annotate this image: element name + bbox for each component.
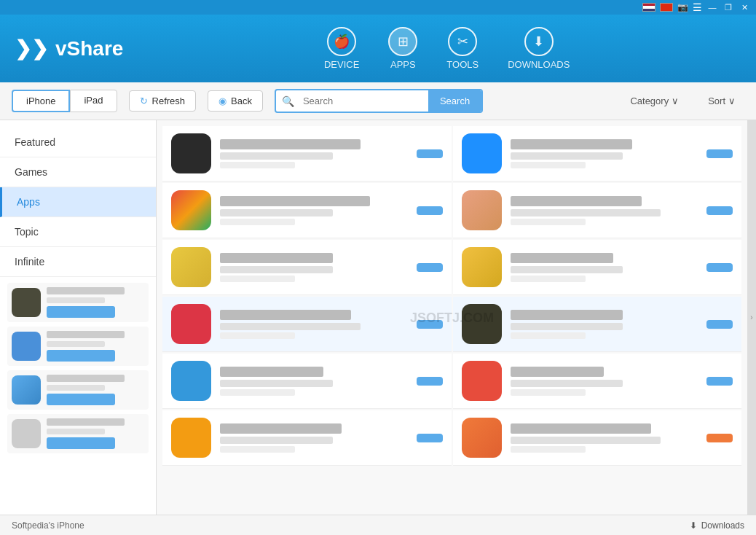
search-button[interactable]: Search xyxy=(428,90,481,112)
app-grid xyxy=(162,126,741,466)
app-name xyxy=(511,310,623,320)
app-name xyxy=(220,253,333,263)
app-name xyxy=(511,423,651,434)
apps-icon: ⊞ xyxy=(388,27,417,56)
sidebar-app-card-4 xyxy=(7,414,149,453)
app-icon xyxy=(462,418,502,458)
nav-tools-label: TOOLS xyxy=(446,59,479,70)
app-sub xyxy=(220,266,333,273)
sidebar-app-icon-2 xyxy=(12,332,41,361)
refresh-button[interactable]: ↻ Refresh xyxy=(129,90,197,112)
sidebar-app-card-1 xyxy=(7,283,149,322)
sidebar-item-featured[interactable]: Featured xyxy=(0,128,156,157)
flag-cn xyxy=(660,3,673,12)
get-button[interactable] xyxy=(417,320,443,329)
search-input[interactable] xyxy=(300,91,428,111)
sidebar-app-btn-2[interactable] xyxy=(47,350,115,362)
get-button[interactable] xyxy=(417,149,443,158)
get-button[interactable] xyxy=(417,263,443,272)
downloads-icon: ⬇ xyxy=(524,27,554,56)
main-container: Featured Games Apps Topic Infinite xyxy=(0,120,756,515)
get-button[interactable] xyxy=(706,377,733,386)
sidebar-item-apps[interactable]: Apps xyxy=(0,187,156,217)
app-sub xyxy=(220,380,333,387)
app-size xyxy=(511,276,586,282)
app-sub xyxy=(220,152,333,160)
table-row xyxy=(453,410,742,466)
table-row xyxy=(162,410,452,466)
app-icon xyxy=(171,418,211,458)
get-button[interactable] xyxy=(706,434,733,442)
get-button[interactable] xyxy=(417,377,443,386)
app-info xyxy=(511,253,698,282)
get-button[interactable] xyxy=(706,206,733,215)
table-row xyxy=(162,126,452,181)
app-size xyxy=(220,276,295,282)
expand-panel-button[interactable]: › xyxy=(747,120,756,515)
app-size xyxy=(511,389,586,396)
app-icon xyxy=(462,190,502,230)
app-name xyxy=(511,139,632,149)
app-info xyxy=(220,310,408,339)
sort-chevron-icon: ∨ xyxy=(728,95,736,106)
table-row xyxy=(453,354,742,409)
app-list: JSOFTJ.COM xyxy=(157,120,747,515)
category-dropdown[interactable]: Category ∨ xyxy=(621,91,688,111)
status-bar: Softpedia's iPhone ⬇ Downloads xyxy=(0,515,756,535)
nav-downloads[interactable]: ⬇ DOWNLOADS xyxy=(508,27,570,70)
app-icon xyxy=(462,304,502,344)
back-button[interactable]: ◉ Back xyxy=(208,90,263,112)
nav-tools[interactable]: ✂ TOOLS xyxy=(446,27,479,70)
app-size xyxy=(220,389,295,396)
app-info xyxy=(511,367,698,396)
iphone-tab[interactable]: iPhone xyxy=(12,90,70,112)
sidebar-app-btn-3[interactable] xyxy=(47,394,115,405)
app-info xyxy=(511,196,698,225)
sort-dropdown[interactable]: Sort ∨ xyxy=(699,91,744,111)
sidebar-item-games[interactable]: Games xyxy=(0,157,156,187)
sidebar-item-infinite[interactable]: Infinite xyxy=(0,247,156,277)
downloads-icon: ⬇ xyxy=(690,520,697,531)
sidebar-item-topic[interactable]: Topic xyxy=(0,217,156,247)
category-chevron-icon: ∨ xyxy=(672,95,679,106)
get-button[interactable] xyxy=(417,206,443,215)
app-size xyxy=(220,219,295,225)
app-icon xyxy=(462,247,502,287)
app-icon xyxy=(171,304,211,344)
app-header: ❯❯ vShare 🍎 DEVICE ⊞ APPS ✂ TOOLS ⬇ DOWN… xyxy=(0,15,756,82)
sidebar-featured-section xyxy=(0,277,156,459)
table-row xyxy=(453,297,742,352)
table-row xyxy=(453,183,742,238)
sidebar-app-name-3 xyxy=(47,375,125,382)
sidebar-app-btn-1[interactable] xyxy=(47,306,115,318)
nav-apps[interactable]: ⊞ APPS xyxy=(388,27,417,70)
nav-bar: 🍎 DEVICE ⊞ APPS ✂ TOOLS ⬇ DOWNLOADS xyxy=(152,27,741,70)
get-button[interactable] xyxy=(706,149,733,158)
ipad-tab[interactable]: iPad xyxy=(70,90,117,112)
flag-us xyxy=(642,3,655,12)
app-sub xyxy=(511,380,623,387)
app-sub xyxy=(511,323,623,330)
back-icon: ◉ xyxy=(218,95,227,106)
sidebar-app-btn-4[interactable] xyxy=(47,437,115,449)
sidebar-app-sub-2 xyxy=(47,341,105,347)
app-info xyxy=(220,196,408,225)
app-icon xyxy=(171,247,211,287)
nav-apps-label: APPS xyxy=(390,59,416,70)
get-button[interactable] xyxy=(706,263,733,272)
restore-button[interactable]: ❐ xyxy=(722,1,734,13)
app-sub xyxy=(511,152,623,160)
device-icon: 🍎 xyxy=(327,27,356,56)
downloads-button[interactable]: ⬇ Downloads xyxy=(690,520,744,531)
search-icon: 🔍 xyxy=(276,95,300,107)
get-button[interactable] xyxy=(706,320,733,329)
sidebar-app-info-2 xyxy=(47,331,144,362)
menu-icon[interactable]: ☰ xyxy=(693,1,702,13)
nav-device[interactable]: 🍎 DEVICE xyxy=(324,27,359,70)
sidebar-app-name-1 xyxy=(47,287,125,294)
close-button[interactable]: ✕ xyxy=(739,1,750,13)
app-info xyxy=(220,367,408,396)
minimize-button[interactable]: — xyxy=(706,1,718,13)
get-button[interactable] xyxy=(417,434,443,442)
app-name xyxy=(220,139,361,149)
